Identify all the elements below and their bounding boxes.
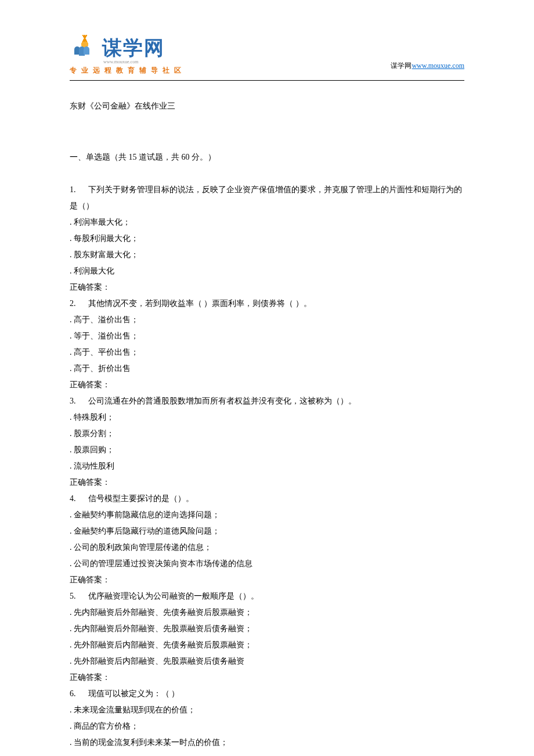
question-option: . 高于、平价出售； — [70, 344, 464, 361]
question-option: . 高于、折价出售 — [70, 361, 464, 377]
question-option: . 利润率最大化； — [70, 214, 464, 231]
document-title: 东财《公司金融》在线作业三 — [70, 98, 464, 114]
question-option: . 先内部融资后外部融资、先债务融资后股票融资； — [70, 604, 464, 621]
question-option: . 等于、溢价出售； — [70, 328, 464, 344]
document-body: 东财《公司金融》在线作业三 一、单选题（共 15 道试题，共 60 分。） 1.… — [70, 98, 464, 751]
question-stem: 5. 优序融资理论认为公司融资的一般顺序是（）。 — [70, 588, 464, 604]
question-option: . 金融契约事后隐藏行动的道德风险问题； — [70, 523, 464, 539]
logo-block: 谋学网 www.mouxue.com 专业远程教育辅导社区 — [70, 35, 186, 75]
question-option: . 未来现金流量贴现到现在的价值； — [70, 702, 464, 718]
question-block: 5. 优序融资理论认为公司融资的一般顺序是（）。 . 先内部融资后外部融资、先债… — [70, 588, 464, 686]
page-header: 谋学网 www.mouxue.com 专业远程教育辅导社区 谋学网www.mou… — [70, 35, 464, 75]
question-option: . 流动性股利 — [70, 458, 464, 474]
question-block: 6. 现值可以被定义为：（ ） . 未来现金流量贴现到现在的价值； . 商品的官… — [70, 686, 464, 751]
logo-text: 谋学网 — [102, 35, 165, 62]
question-option: . 股东财富最大化； — [70, 247, 464, 263]
logo-url-small: www.mouxue.com — [103, 59, 186, 64]
answer-label: 正确答案： — [70, 572, 464, 588]
question-stem: 1. 下列关于财务管理目标的说法，反映了企业资产保值增值的要求，并克服了管理上的… — [70, 182, 464, 214]
answer-label: 正确答案： — [70, 474, 464, 491]
logo-icon — [70, 37, 99, 59]
question-option: . 先内部融资后外部融资、先股票融资后债务融资； — [70, 621, 464, 637]
answer-label: 正确答案： — [70, 669, 464, 686]
question-option: . 先外部融资后内部融资、先债务融资后股票融资； — [70, 637, 464, 653]
question-option: . 每股利润最大化； — [70, 231, 464, 247]
question-option: . 利润最大化 — [70, 263, 464, 279]
question-option: . 先外部融资后内部融资、先股票融资后债务融资 — [70, 653, 464, 669]
answer-label: 正确答案： — [70, 377, 464, 393]
question-stem: 6. 现值可以被定义为：（ ） — [70, 686, 464, 702]
question-option: . 商品的官方价格； — [70, 718, 464, 735]
header-divider — [70, 80, 464, 81]
question-option: . 当前的现金流复利到未来某一时点的价值； — [70, 735, 464, 751]
question-stem: 3. 公司流通在外的普通股股数增加而所有者权益并没有变化，这被称为（）。 — [70, 393, 464, 409]
question-option: . 特殊股利； — [70, 409, 464, 426]
question-option: . 高于、溢价出售； — [70, 312, 464, 328]
question-option: . 股票回购； — [70, 442, 464, 458]
question-option: . 股票分割； — [70, 426, 464, 442]
question-option: . 公司的管理层通过投资决策向资本市场传递的信息 — [70, 556, 464, 572]
question-option: . 金融契约事前隐藏信息的逆向选择问题； — [70, 507, 464, 523]
section-heading: 一、单选题（共 15 道试题，共 60 分。） — [70, 149, 464, 165]
question-block: 2. 其他情况不变，若到期收益率（ ）票面利率，则债券将（ ）。 . 高于、溢价… — [70, 296, 464, 393]
header-link[interactable]: www.mouxue.com — [412, 62, 464, 70]
question-block: 3. 公司流通在外的普通股股数增加而所有者权益并没有变化，这被称为（）。 . 特… — [70, 393, 464, 491]
question-option: . 公司的股利政策向管理层传递的信息； — [70, 539, 464, 556]
header-site-label: 谋学网www.mouxue.com — [391, 61, 464, 75]
question-stem: 2. 其他情况不变，若到期收益率（ ）票面利率，则债券将（ ）。 — [70, 296, 464, 312]
answer-label: 正确答案： — [70, 279, 464, 296]
question-block: 1. 下列关于财务管理目标的说法，反映了企业资产保值增值的要求，并克服了管理上的… — [70, 182, 464, 296]
question-stem: 4. 信号模型主要探讨的是（）。 — [70, 491, 464, 507]
header-right-prefix: 谋学网 — [391, 62, 412, 70]
logo-tagline: 专业远程教育辅导社区 — [70, 66, 186, 75]
question-block: 4. 信号模型主要探讨的是（）。 . 金融契约事前隐藏信息的逆向选择问题； . … — [70, 491, 464, 588]
